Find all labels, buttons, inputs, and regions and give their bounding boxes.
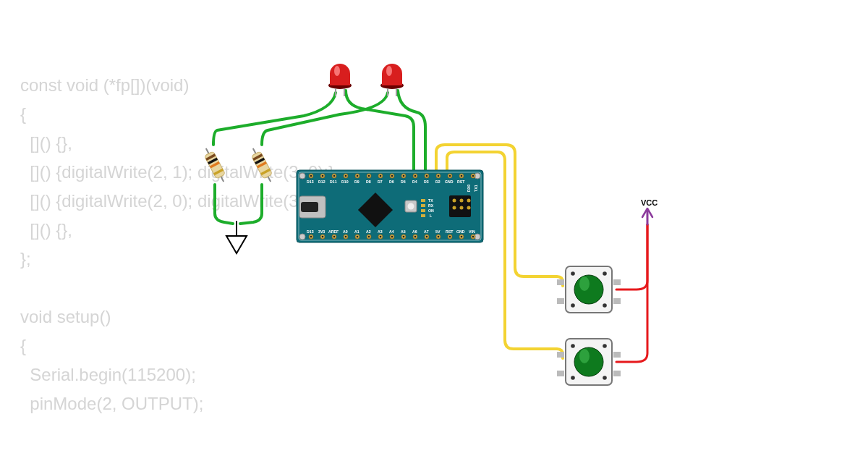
- svg-point-162: [579, 349, 590, 363]
- svg-point-66: [391, 175, 393, 177]
- svg-text:A6: A6: [412, 229, 417, 234]
- svg-point-62: [345, 175, 347, 177]
- svg-text:GND: GND: [445, 180, 454, 184]
- svg-text:VIN: VIN: [469, 229, 475, 234]
- svg-point-97: [403, 236, 405, 238]
- svg-rect-139: [557, 279, 564, 285]
- svg-text:D11: D11: [330, 180, 337, 184]
- svg-point-157: [603, 344, 607, 348]
- svg-text:D8: D8: [366, 180, 371, 184]
- svg-point-89: [310, 236, 312, 238]
- svg-text:A1: A1: [354, 229, 359, 234]
- svg-rect-33: [421, 199, 425, 202]
- wire-btn2-vcc: [616, 224, 647, 362]
- svg-rect-151: [557, 352, 564, 358]
- svg-point-39: [460, 199, 464, 203]
- svg-rect-36: [421, 214, 425, 217]
- svg-text:D2: D2: [435, 180, 441, 184]
- svg-point-61: [333, 175, 336, 177]
- wire-r1-gnd: [215, 185, 233, 224]
- led-1[interactable]: [328, 64, 352, 96]
- wire-btn1-vcc: [616, 224, 647, 290]
- svg-text:D10: D10: [341, 180, 349, 184]
- resistor-2[interactable]: [249, 146, 276, 184]
- svg-point-72: [461, 175, 463, 177]
- svg-point-98: [414, 236, 417, 238]
- svg-text:ON: ON: [428, 208, 434, 213]
- svg-text:D12: D12: [318, 180, 326, 184]
- svg-text:D13: D13: [307, 180, 314, 184]
- svg-point-70: [438, 175, 440, 177]
- svg-text:RX0: RX0: [467, 185, 471, 192]
- wire-led2-to-d2: [398, 90, 425, 172]
- svg-point-101: [449, 236, 451, 238]
- svg-rect-35: [421, 209, 425, 212]
- svg-point-59: [310, 175, 312, 177]
- resistor-1[interactable]: [202, 146, 229, 184]
- svg-point-63: [357, 175, 359, 177]
- nano-bottom-pins: [309, 235, 475, 239]
- nano-top-pins: [309, 174, 475, 178]
- svg-text:A0: A0: [343, 229, 348, 234]
- svg-point-102: [461, 236, 463, 238]
- svg-point-144: [571, 271, 575, 276]
- svg-point-38: [453, 199, 456, 203]
- svg-text:D9: D9: [354, 180, 359, 184]
- svg-text:RX: RX: [428, 203, 434, 208]
- svg-point-42: [460, 206, 464, 210]
- led-2[interactable]: [380, 64, 404, 96]
- svg-text:RST: RST: [457, 180, 465, 184]
- svg-text:TX1: TX1: [474, 185, 478, 192]
- svg-text:A2: A2: [366, 229, 371, 234]
- svg-point-64: [368, 175, 370, 177]
- svg-text:TX: TX: [428, 198, 433, 203]
- svg-point-18: [386, 66, 392, 76]
- svg-point-69: [426, 175, 428, 177]
- svg-point-90: [322, 236, 324, 238]
- svg-rect-140: [557, 298, 564, 304]
- svg-point-99: [426, 236, 428, 238]
- svg-point-65: [380, 175, 382, 177]
- svg-point-32: [408, 203, 414, 210]
- pushbutton-2[interactable]: [557, 339, 621, 385]
- svg-rect-34: [421, 204, 425, 207]
- svg-text:GND: GND: [456, 229, 465, 234]
- svg-point-71: [449, 175, 451, 177]
- circuit-canvas: VCC: [0, 0, 868, 456]
- svg-point-43: [467, 206, 471, 210]
- arduino-nano[interactable]: D13 D12 D11 D10 D9 D8 D7 D6 D5 D4 D3 D2 …: [297, 170, 483, 242]
- svg-point-103: [472, 236, 475, 238]
- svg-point-158: [571, 376, 575, 380]
- svg-point-159: [603, 376, 607, 380]
- svg-text:D4: D4: [412, 180, 417, 184]
- svg-point-25: [299, 234, 305, 240]
- svg-point-92: [345, 236, 347, 238]
- vcc-label: VCC: [641, 198, 658, 207]
- svg-point-24: [299, 173, 305, 179]
- svg-text:A5: A5: [401, 229, 406, 234]
- svg-text:D5: D5: [401, 180, 406, 184]
- svg-point-14: [334, 66, 340, 76]
- svg-rect-154: [613, 371, 621, 376]
- svg-point-95: [380, 236, 382, 238]
- svg-rect-153: [613, 352, 621, 358]
- wire-r2-gnd: [240, 185, 262, 224]
- svg-point-91: [333, 236, 336, 238]
- svg-point-60: [322, 175, 324, 177]
- svg-point-146: [571, 303, 575, 308]
- svg-point-93: [357, 236, 359, 238]
- nano-bottom-labels: D13 3V3 AREF A0 A1 A2 A3 A4 A5 A6 A7 5V …: [307, 229, 475, 234]
- svg-point-40: [467, 199, 471, 203]
- svg-text:A4: A4: [389, 229, 394, 234]
- svg-text:D6: D6: [389, 180, 394, 184]
- svg-point-96: [391, 236, 393, 238]
- svg-text:D3: D3: [424, 180, 429, 184]
- svg-text:A3: A3: [378, 229, 383, 234]
- svg-point-73: [472, 175, 475, 177]
- svg-point-41: [453, 206, 456, 210]
- svg-point-100: [438, 236, 440, 238]
- pushbutton-1[interactable]: [557, 266, 621, 313]
- svg-point-68: [414, 175, 417, 177]
- svg-text:RST: RST: [446, 229, 454, 234]
- svg-text:D13: D13: [307, 229, 314, 234]
